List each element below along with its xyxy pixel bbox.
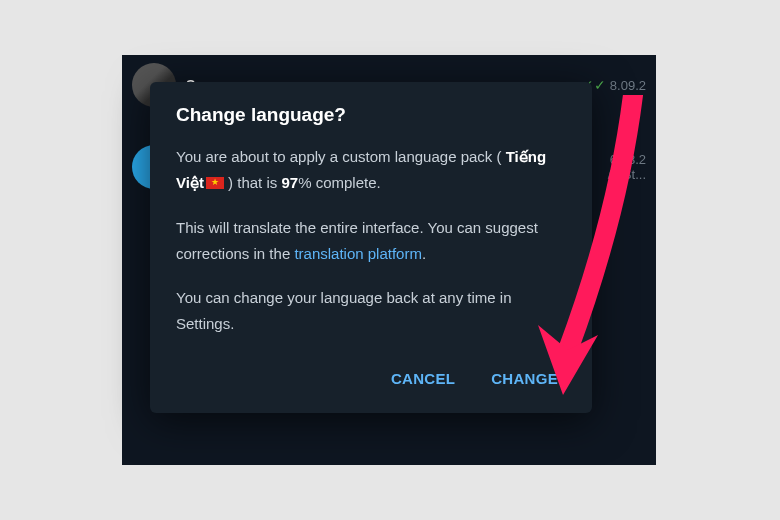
translation-platform-link[interactable]: translation platform <box>294 245 422 262</box>
change-language-dialog: Change language? You are about to apply … <box>150 82 592 413</box>
dialog-paragraph: You can change your language back at any… <box>176 285 566 338</box>
text: % complete. <box>298 174 381 191</box>
dialog-paragraph: This will translate the entire interface… <box>176 215 566 268</box>
completion-percent: 97 <box>281 174 298 191</box>
dialog-actions: CANCEL CHANGE <box>176 356 566 397</box>
cancel-button[interactable]: CANCEL <box>387 364 459 393</box>
dialog-title: Change language? <box>176 104 566 126</box>
dialog-body: You are about to apply a custom language… <box>176 144 566 338</box>
text: . <box>422 245 426 262</box>
text: You are about to apply a custom language… <box>176 148 506 165</box>
change-button[interactable]: CHANGE <box>487 364 562 393</box>
dialog-paragraph: You are about to apply a custom language… <box>176 144 566 197</box>
vietnam-flag-icon <box>206 177 224 189</box>
text: ) that is <box>224 174 282 191</box>
